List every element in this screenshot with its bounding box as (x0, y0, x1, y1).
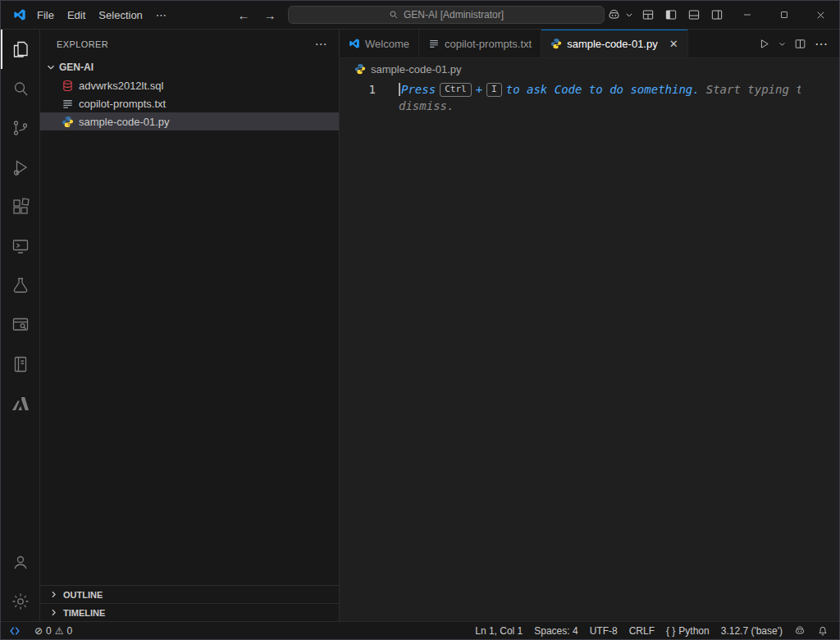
close-icon[interactable] (802, 1, 839, 29)
extensions-icon[interactable] (1, 187, 40, 226)
problems-status[interactable]: ⊘ 0 ⚠ 0 (29, 622, 78, 639)
python-icon (62, 116, 74, 128)
language-mode[interactable]: { } Python (660, 625, 715, 637)
breadcrumb-file: sample-code-01.py (371, 63, 462, 75)
explorer-icon[interactable] (1, 30, 40, 69)
panel-right-icon[interactable] (705, 1, 728, 29)
minimize-icon[interactable] (728, 1, 765, 29)
tab-label: Welcome (365, 38, 409, 50)
main-area: EXPLORER ⋯ GEN-AI advwrks2012lt.sql cop (1, 30, 839, 621)
tab-welcome[interactable]: Welcome (340, 30, 419, 57)
file-name: sample-code-01.py (79, 116, 170, 128)
file-row-sql[interactable]: advwrks2012lt.sql (40, 76, 339, 94)
status-bar-right: Ln 1, Col 1 Spaces: 4 UTF-8 CRLF { } Pyt… (469, 625, 839, 637)
keycap-i: I (486, 83, 502, 97)
outline-section-header[interactable]: OUTLINE (40, 585, 339, 603)
remote-explorer-icon[interactable] (1, 226, 40, 266)
back-arrow-icon[interactable]: ← (235, 8, 252, 22)
explorer-actions-icon[interactable]: ⋯ (315, 37, 327, 52)
run-debug-icon[interactable] (1, 148, 40, 187)
menu-file[interactable]: File (30, 7, 61, 24)
warning-count: 0 (67, 625, 73, 637)
code-area[interactable]: Press Ctrl + I to ask Code to do somethi… (376, 81, 839, 621)
editor-actions: ⋯ (755, 30, 839, 57)
menu-selection[interactable]: Selection (92, 7, 148, 24)
copilot-icon[interactable] (788, 625, 811, 637)
braces-icon: { } (666, 625, 675, 637)
testing-icon[interactable] (1, 266, 40, 305)
settings-gear-icon[interactable] (1, 582, 40, 621)
explorer-sidebar: EXPLORER ⋯ GEN-AI advwrks2012lt.sql cop (40, 30, 340, 621)
indentation[interactable]: Spaces: 4 (528, 625, 583, 637)
chevron-down-icon[interactable] (625, 1, 637, 29)
vscode-logo-icon (9, 8, 30, 21)
line-number: 1 (340, 81, 376, 98)
error-count: 0 (46, 625, 52, 637)
search-icon (389, 10, 399, 20)
python-icon (354, 63, 366, 75)
source-control-icon[interactable] (1, 108, 40, 148)
tab-sample-code[interactable]: sample-code-01.py ✕ (541, 30, 687, 57)
text-cursor (399, 83, 400, 96)
text-file-icon (62, 98, 74, 110)
language-label: Python (678, 625, 709, 637)
chevron-right-icon (48, 589, 59, 600)
python-interpreter[interactable]: 3.12.7 ('base') (715, 625, 788, 637)
menu-edit[interactable]: Edit (61, 7, 92, 24)
menu-overflow[interactable]: ⋯ (149, 7, 173, 24)
explorer-header: EXPLORER ⋯ (40, 30, 339, 58)
search-icon[interactable] (1, 69, 40, 108)
forward-arrow-icon[interactable]: → (262, 8, 278, 22)
chevron-right-icon (48, 607, 59, 618)
breadcrumb[interactable]: sample-code-01.py (340, 58, 839, 80)
file-row-txt[interactable]: copilot-prompts.txt (40, 94, 339, 112)
account-icon[interactable] (1, 542, 40, 582)
command-center: ← → GEN-AI [Administrator] (235, 6, 605, 24)
tree-root-gen-ai[interactable]: GEN-AI (40, 58, 339, 76)
file-name: advwrks2012lt.sql (79, 80, 163, 92)
section-label: TIMELINE (63, 608, 105, 618)
ghost-text-tail: Start typing to (706, 81, 801, 98)
eol-sequence[interactable]: CRLF (623, 625, 660, 637)
text-file-icon (428, 38, 440, 49)
database-icon (62, 80, 74, 92)
notebook-icon[interactable] (1, 345, 40, 384)
run-icon[interactable] (755, 34, 774, 53)
timeline-section-header[interactable]: TIMELINE (40, 603, 339, 621)
tab-copilot-prompts[interactable]: copilot-prompts.txt (419, 30, 541, 57)
vscode-window: File Edit Selection ⋯ ← → GEN-AI [Admini… (0, 0, 840, 640)
maximize-icon[interactable] (765, 1, 802, 29)
file-name: copilot-prompts.txt (79, 98, 166, 110)
panel-bottom-icon[interactable] (682, 1, 705, 29)
activity-bar (1, 30, 40, 621)
titlebar: File Edit Selection ⋯ ← → GEN-AI [Admini… (1, 1, 839, 30)
status-bar: ⊘ 0 ⚠ 0 Ln 1, Col 1 Spaces: 4 UTF-8 CRLF… (1, 621, 839, 639)
command-center-search[interactable]: GEN-AI [Administrator] (288, 6, 605, 24)
warning-icon: ⚠ (55, 625, 64, 637)
layout-grid-icon[interactable] (637, 1, 660, 29)
copilot-icon[interactable] (602, 1, 625, 29)
ghost-text-lead: Press (401, 81, 436, 98)
chevron-down-icon[interactable] (775, 37, 789, 51)
code-line-wrap: dismiss. (399, 98, 801, 114)
keycap-ctrl: Ctrl (440, 83, 472, 97)
error-icon: ⊘ (34, 625, 43, 637)
panel-left-icon[interactable] (660, 1, 682, 29)
bell-icon[interactable] (811, 625, 834, 637)
cursor-position[interactable]: Ln 1, Col 1 (469, 625, 528, 637)
code-editor[interactable]: 1 Press Ctrl + I to ask Code to do somet… (340, 80, 839, 621)
ghost-text-mid: to ask Code to do something. (506, 81, 700, 98)
more-actions-icon[interactable]: ⋯ (811, 33, 831, 55)
tab-close-icon[interactable]: ✕ (669, 38, 678, 50)
encoding[interactable]: UTF-8 (584, 625, 623, 637)
live-preview-icon[interactable] (1, 305, 40, 345)
azure-icon[interactable] (1, 384, 40, 423)
file-row-python[interactable]: sample-code-01.py (40, 112, 339, 130)
root-folder-label: GEN-AI (59, 62, 94, 73)
python-icon (550, 38, 562, 49)
tab-label: copilot-prompts.txt (445, 38, 532, 50)
split-editor-icon[interactable] (791, 34, 810, 53)
line-numbers-gutter: 1 (340, 81, 376, 621)
titlebar-actions (602, 1, 839, 29)
remote-icon[interactable] (1, 622, 29, 639)
